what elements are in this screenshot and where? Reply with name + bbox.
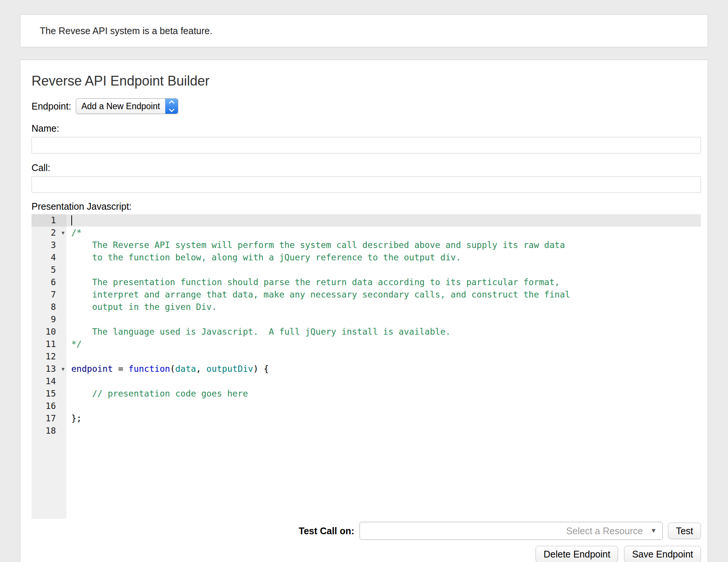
code-line[interactable]: /* [66, 227, 701, 239]
beta-banner-text: The Revese API system is a beta feature. [40, 26, 212, 36]
code-token-plain: }; [71, 413, 82, 423]
code-token-comment: The Reverse API system will perform the … [71, 240, 565, 250]
gutter-line-number: 11 [32, 338, 66, 350]
code-editor[interactable]: 12▾345678910111213▾1415161718 /* The Rev… [32, 214, 701, 519]
action-buttons-row: Delete Endpoint Save Endpoint [32, 546, 701, 562]
endpoint-row: Endpoint: Add a New Endpoint [32, 98, 701, 114]
endpoint-builder-panel: Reverse API Endpoint Builder Endpoint: A… [20, 60, 708, 562]
gutter-line-number: 1 [32, 214, 66, 227]
endpoint-select-value: Add a New Endpoint [81, 101, 160, 111]
gutter-line-number: 16 [32, 400, 66, 412]
resource-select-input[interactable] [359, 522, 663, 540]
code-token-plain: = [113, 364, 129, 374]
code-line[interactable]: interpret and arrange that data, make an… [66, 289, 701, 301]
code-token-plain: , [196, 364, 206, 374]
code-line[interactable]: output in the given Div. [66, 301, 701, 313]
fold-arrow-icon[interactable]: ▾ [62, 227, 65, 239]
code-token-keyword: function [128, 364, 170, 374]
select-stepper-icon [165, 99, 178, 114]
gutter-line-number: 4 [32, 251, 66, 264]
gutter-line-number: 3 [32, 239, 66, 251]
code-line[interactable]: endpoint = function(data, outputDiv) { [66, 363, 701, 375]
code-line[interactable] [66, 264, 701, 276]
test-call-row: Test Call on: ▼ Test [32, 522, 701, 540]
code-line[interactable] [66, 313, 701, 326]
gutter-line-number: 12 [32, 350, 66, 363]
code-token-plain: ( [170, 364, 175, 374]
code-token-comment: output in the given Div. [71, 302, 217, 312]
code-line[interactable] [66, 350, 701, 363]
gutter-line-number: 17 [32, 412, 66, 425]
gutter-line-number: 10 [32, 326, 66, 338]
editor-code-area[interactable]: /* The Reverse API system will perform t… [66, 214, 701, 519]
name-label: Name: [32, 123, 701, 134]
gutter-line-number: 13▾ [32, 363, 66, 375]
code-line[interactable] [66, 375, 701, 388]
save-endpoint-button[interactable]: Save Endpoint [624, 546, 701, 562]
code-line[interactable] [66, 400, 701, 412]
test-call-label: Test Call on: [299, 526, 354, 536]
code-token-plain: ) { [253, 364, 269, 374]
code-line[interactable]: to the function below, along with a jQue… [66, 251, 701, 264]
gutter-line-number: 5 [32, 264, 66, 276]
endpoint-select[interactable]: Add a New Endpoint [76, 98, 179, 114]
code-token-comment: The language used is Javascript. A full … [71, 327, 451, 337]
gutter-line-number: 18 [32, 425, 66, 437]
beta-banner: The Revese API system is a beta feature. [20, 14, 708, 47]
resource-combo[interactable]: ▼ [359, 522, 663, 540]
gutter-line-number: 7 [32, 289, 66, 301]
endpoint-label: Endpoint: [32, 101, 71, 112]
code-line[interactable] [66, 425, 701, 437]
chevron-down-icon [169, 107, 175, 113]
code-token-comment: The presentation function should parse t… [71, 277, 560, 287]
code-line[interactable]: The presentation function should parse t… [66, 276, 701, 289]
code-token-comment: // presentation code goes here [71, 389, 248, 398]
code-line[interactable]: The language used is Javascript. A full … [66, 326, 701, 338]
text-cursor-icon [71, 215, 72, 225]
gutter-line-number: 15 [32, 388, 66, 400]
code-line[interactable]: }; [66, 412, 701, 425]
call-label: Call: [32, 162, 701, 173]
name-input[interactable] [32, 137, 701, 153]
code-token-comment: */ [71, 339, 82, 349]
gutter-line-number: 8 [32, 301, 66, 313]
call-input[interactable] [32, 176, 701, 193]
code-token-param: data [175, 364, 196, 374]
code-token-param: outputDiv [206, 364, 253, 374]
editor-gutter: 12▾345678910111213▾1415161718 [32, 214, 66, 519]
code-token-comment: /* [71, 228, 82, 237]
code-token-comment: interpret and arrange that data, make an… [71, 290, 570, 299]
chevron-up-icon [169, 100, 175, 106]
page-title: Reverse API Endpoint Builder [32, 73, 701, 89]
code-line[interactable]: */ [66, 338, 701, 350]
gutter-line-number: 2▾ [32, 227, 66, 239]
gutter-line-number: 6 [32, 276, 66, 289]
test-button[interactable]: Test [668, 523, 701, 539]
code-line[interactable] [66, 214, 701, 227]
gutter-line-number: 9 [32, 313, 66, 326]
page: The Revese API system is a beta feature.… [0, 0, 728, 562]
fold-arrow-icon[interactable]: ▾ [62, 363, 65, 375]
code-line[interactable]: The Reverse API system will perform the … [66, 239, 701, 251]
gutter-line-number: 14 [32, 375, 66, 388]
code-token-comment: to the function below, along with a jQue… [71, 252, 461, 262]
delete-endpoint-button[interactable]: Delete Endpoint [535, 546, 618, 562]
code-line[interactable]: // presentation code goes here [66, 388, 701, 400]
presentation-js-label: Presentation Javascript: [32, 201, 701, 212]
code-token-variable: endpoint [71, 364, 113, 374]
